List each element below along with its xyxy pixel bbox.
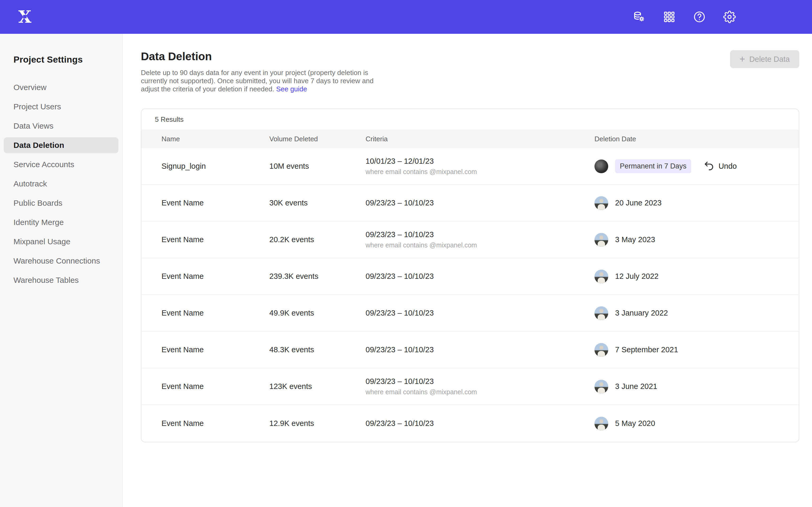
table-row: Event Name12.9K events09/23/23 – 10/10/2… bbox=[141, 405, 799, 442]
cell-volume: 30K events bbox=[269, 199, 365, 207]
deletion-date: 3 June 2021 bbox=[615, 382, 657, 391]
criteria-filter: where email contains @mixpanel.com bbox=[365, 168, 595, 176]
cell-criteria: 10/01/23 – 12/01/23where email contains … bbox=[365, 157, 595, 176]
cell-name: Event Name bbox=[141, 419, 269, 428]
sidebar-item-autotrack[interactable]: Autotrack bbox=[4, 176, 118, 192]
delete-data-button[interactable]: + Delete Data bbox=[730, 50, 799, 68]
sidebar-item-label: Public Boards bbox=[13, 199, 62, 208]
page-header: Data Deletion Delete up to 90 days data … bbox=[123, 34, 812, 93]
undo-button[interactable]: Undo bbox=[704, 161, 737, 172]
table-body: Signup_login10M events10/01/23 – 12/01/2… bbox=[141, 148, 799, 442]
event-name: Event Name bbox=[161, 199, 269, 207]
cell-name: Event Name bbox=[141, 382, 269, 391]
volume-deleted: 10M events bbox=[269, 162, 365, 171]
deletion-date: 20 June 2023 bbox=[615, 199, 662, 207]
cell-name: Event Name bbox=[141, 272, 269, 281]
page-description: Delete up to 90 days data for any event … bbox=[141, 69, 377, 93]
sidebar-item-service-accounts[interactable]: Service Accounts bbox=[4, 157, 118, 172]
cell-volume: 239.3K events bbox=[269, 272, 365, 281]
deletion-date: 12 July 2022 bbox=[615, 272, 658, 281]
cell-criteria: 09/23/23 – 10/10/23 bbox=[365, 272, 595, 281]
data-management-icon[interactable] bbox=[633, 11, 646, 23]
topbar-icon-group bbox=[633, 11, 736, 23]
cell-name: Event Name bbox=[141, 345, 269, 354]
cell-criteria: 09/23/23 – 10/10/23 bbox=[365, 345, 595, 354]
cell-criteria: 09/23/23 – 10/10/23 bbox=[365, 419, 595, 428]
criteria-range: 09/23/23 – 10/10/23 bbox=[365, 377, 595, 386]
cell-criteria: 09/23/23 – 10/10/23 bbox=[365, 309, 595, 318]
sidebar-item-label: Warehouse Connections bbox=[13, 257, 100, 265]
cell-volume: 123K events bbox=[269, 382, 365, 391]
description-text: Delete up to 90 days data for any event … bbox=[141, 69, 373, 93]
criteria-range: 09/23/23 – 10/10/23 bbox=[365, 419, 595, 428]
column-header-deletion-date: Deletion Date bbox=[595, 135, 799, 143]
table-row: Event Name20.2K events09/23/23 – 10/10/2… bbox=[141, 222, 799, 258]
sidebar-item-public-boards[interactable]: Public Boards bbox=[4, 195, 118, 211]
volume-deleted: 123K events bbox=[269, 382, 365, 391]
event-name: Event Name bbox=[161, 345, 269, 354]
cell-deletion-date: 3 June 2021 bbox=[595, 380, 799, 393]
volume-deleted: 239.3K events bbox=[269, 272, 365, 281]
sidebar-item-overview[interactable]: Overview bbox=[4, 79, 118, 95]
column-header-criteria: Criteria bbox=[365, 135, 595, 143]
table-row: Event Name123K events09/23/23 – 10/10/23… bbox=[141, 369, 799, 405]
cell-deletion-date: 5 May 2020 bbox=[595, 417, 799, 431]
cell-name: Event Name bbox=[141, 309, 269, 318]
column-header-volume-deleted: Volume Deleted bbox=[269, 135, 365, 143]
deletion-date: 5 May 2020 bbox=[615, 419, 655, 428]
cell-criteria: 09/23/23 – 10/10/23where email contains … bbox=[365, 230, 595, 249]
avatar bbox=[595, 160, 608, 173]
cell-deletion-date: 7 September 2021 bbox=[595, 343, 799, 357]
apps-grid-icon[interactable] bbox=[663, 11, 676, 23]
see-guide-link[interactable]: See guide bbox=[276, 85, 307, 93]
results-count: 5 Results bbox=[141, 109, 799, 130]
event-name: Event Name bbox=[161, 419, 269, 428]
criteria-range: 09/23/23 – 10/10/23 bbox=[365, 230, 595, 239]
undo-icon bbox=[704, 161, 714, 172]
delete-data-button-label: Delete Data bbox=[749, 55, 790, 64]
volume-deleted: 49.9K events bbox=[269, 309, 365, 318]
cell-criteria: 09/23/23 – 10/10/23where email contains … bbox=[365, 377, 595, 396]
event-name: Event Name bbox=[161, 382, 269, 391]
cell-deletion-date: Permanent in 7 DaysUndo bbox=[595, 159, 799, 173]
cell-deletion-date: 3 January 2022 bbox=[595, 306, 799, 320]
event-name: Event Name bbox=[161, 235, 269, 244]
sidebar-item-project-users[interactable]: Project Users bbox=[4, 99, 118, 115]
sidebar-item-label: Project Users bbox=[13, 102, 61, 111]
top-navigation-bar: X bbox=[0, 0, 812, 34]
criteria-filter: where email contains @mixpanel.com bbox=[365, 388, 595, 396]
deletion-date: 3 May 2023 bbox=[615, 235, 655, 244]
event-name: Signup_login bbox=[161, 162, 269, 171]
column-header-name: Name bbox=[141, 135, 269, 143]
sidebar-item-mixpanel-usage[interactable]: Mixpanel Usage bbox=[4, 234, 118, 249]
sidebar-title: Project Settings bbox=[13, 54, 122, 65]
sidebar-item-warehouse-connections[interactable]: Warehouse Connections bbox=[4, 253, 118, 269]
volume-deleted: 30K events bbox=[269, 199, 365, 207]
cell-volume: 10M events bbox=[269, 162, 365, 171]
avatar bbox=[595, 417, 608, 431]
sidebar-item-data-deletion[interactable]: Data Deletion bbox=[4, 137, 118, 153]
avatar bbox=[595, 380, 608, 393]
app-root: X bbox=[0, 0, 812, 507]
cell-volume: 49.9K events bbox=[269, 309, 365, 318]
criteria-range: 09/23/23 – 10/10/23 bbox=[365, 199, 595, 207]
criteria-filter: where email contains @mixpanel.com bbox=[365, 241, 595, 249]
cell-name: Event Name bbox=[141, 199, 269, 207]
cell-volume: 20.2K events bbox=[269, 235, 365, 244]
volume-deleted: 20.2K events bbox=[269, 235, 365, 244]
cell-deletion-date: 20 June 2023 bbox=[595, 196, 799, 210]
main-content: Data Deletion Delete up to 90 days data … bbox=[123, 34, 812, 507]
sidebar-item-identity-merge[interactable]: Identity Merge bbox=[4, 214, 118, 230]
sidebar-item-label: Data Deletion bbox=[13, 141, 64, 150]
help-icon[interactable] bbox=[693, 11, 706, 23]
sidebar-item-label: Data Views bbox=[13, 121, 53, 130]
avatar bbox=[595, 306, 608, 320]
logo-center-square bbox=[23, 15, 27, 18]
sidebar-item-data-views[interactable]: Data Views bbox=[4, 118, 118, 134]
sidebar-item-label: Service Accounts bbox=[13, 160, 74, 169]
settings-icon[interactable] bbox=[723, 11, 736, 23]
mixpanel-logo-icon[interactable]: X bbox=[16, 7, 33, 27]
sidebar-item-label: Identity Merge bbox=[13, 218, 64, 227]
cell-deletion-date: 3 May 2023 bbox=[595, 233, 799, 247]
sidebar-item-warehouse-tables[interactable]: Warehouse Tables bbox=[4, 272, 118, 288]
